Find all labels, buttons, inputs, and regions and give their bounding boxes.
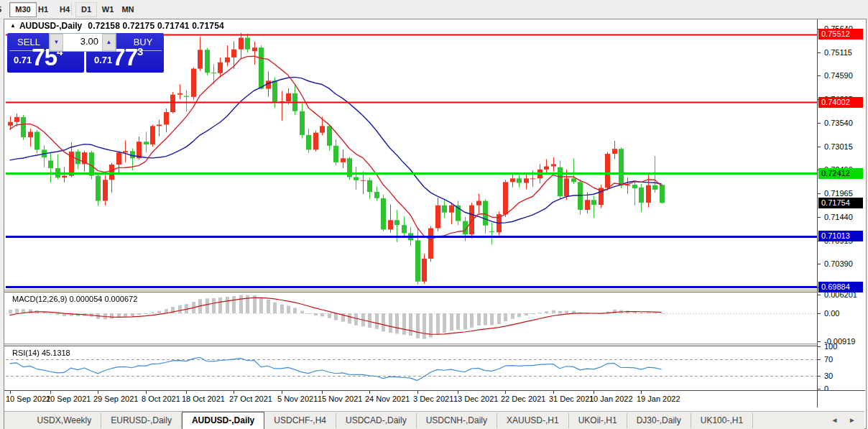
- rsi-tick-mark: [818, 359, 821, 360]
- time-tick-label: 5 Nov 2021: [277, 395, 318, 403]
- buy-price-point: 3: [137, 45, 143, 57]
- current-price-badge: 0.71754: [818, 198, 863, 208]
- price-tick-mark: [818, 123, 821, 124]
- mt4-terminal: 5M30H1H4D1W1MN ▲AUDUSD-,Daily0.72158 0.7…: [0, 0, 868, 429]
- time-tick-mark: [641, 391, 642, 394]
- timeframe-button-mn[interactable]: MN: [117, 2, 139, 17]
- time-tick-mark: [282, 391, 282, 394]
- volume-stepper: ▼ 3.00 ▲: [49, 33, 116, 52]
- chart-tab-uk100-h1[interactable]: UK100-,H1: [691, 413, 753, 428]
- rsi-tick-mark: [818, 376, 821, 377]
- timeframe-button-h1[interactable]: H1: [32, 2, 54, 17]
- price-tick-mark: [818, 217, 821, 218]
- time-tick-mark: [594, 391, 594, 394]
- hline-price-badge: 0.71013: [818, 231, 863, 241]
- hline-price-badge: 0.75512: [818, 29, 863, 40]
- price-tick-label: 0.73540: [824, 119, 853, 127]
- price-axis[interactable]: 0.756400.751150.745900.740650.735400.730…: [817, 19, 865, 407]
- time-tick-label: 22 Dec 2021: [501, 395, 545, 403]
- time-tick-label: 13 Dec 2021: [453, 395, 498, 403]
- volume-input[interactable]: 3.00: [63, 34, 102, 51]
- rsi-title: RSI(14): [12, 349, 40, 357]
- price-tick-label: 0.74590: [824, 71, 853, 80]
- macd-value-1: 0.000054: [69, 295, 102, 303]
- price-tick-mark: [818, 52, 821, 53]
- rsi-axis-label: 100: [824, 342, 837, 351]
- time-tick-mark: [50, 391, 51, 394]
- chart-tab-usdchf-h4[interactable]: USDCHF-,H4: [264, 413, 336, 428]
- main-price-pane: ▲AUDUSD-,Daily0.72158 0.72175 0.71741 0.…: [4, 19, 864, 290]
- chart-tab-dj30-daily[interactable]: DJ30-,Daily: [627, 413, 691, 428]
- time-tick-label: 8 Oct 2021: [142, 395, 180, 403]
- time-tick-label: 10 Jan 2022: [589, 395, 633, 403]
- time-tick-mark: [98, 391, 98, 394]
- time-tick-mark: [322, 391, 323, 394]
- chart-title: ▲AUDUSD-,Daily0.72158 0.72175 0.71741 0.…: [10, 21, 224, 31]
- rsi-value: 45.1318: [42, 349, 70, 357]
- time-tick-mark: [10, 391, 11, 394]
- macd-title: MACD(12,26,9): [12, 295, 67, 303]
- sell-price-prefix: 0.71: [14, 55, 32, 65]
- chart-tab-xauusd-h1[interactable]: XAUUSD-,H1: [497, 413, 569, 428]
- time-tick-mark: [369, 391, 370, 394]
- chart-tab-usdcnh-daily[interactable]: USDCNH-,Daily: [417, 413, 497, 428]
- rsi-tick-mark: [818, 389, 821, 389]
- time-tick-label: 27 Oct 2021: [229, 395, 272, 403]
- price-tick-label: 0.71440: [824, 213, 853, 221]
- chart-ohlc-values: 0.72158 0.72175 0.71741 0.71754: [88, 21, 224, 31]
- time-tick-label: 29 Sep 2021: [93, 395, 138, 403]
- time-tick-label: 15 Nov 2021: [318, 395, 362, 403]
- one-click-trading-panel: SELL 0.71754 BUY 0.71773 ▼ 3.00 ▲: [7, 33, 164, 73]
- macd-axis-label: 0.00: [824, 309, 839, 318]
- time-tick-label: 18 Oct 2021: [182, 395, 225, 403]
- macd-value-2: 0.000672: [104, 295, 137, 303]
- time-tick-mark: [458, 391, 458, 394]
- time-tick-label: 24 Nov 2021: [365, 395, 410, 403]
- rsi-tick-mark: [818, 346, 821, 347]
- time-tick-label: 19 Jan 2022: [637, 395, 680, 403]
- macd-tick-mark: [818, 341, 821, 342]
- macd-tick-mark: [818, 295, 821, 295]
- time-tick-label: 10 Sep 2021: [6, 395, 50, 403]
- timeframe-button-5[interactable]: 5: [0, 2, 9, 17]
- price-tick-mark: [818, 147, 821, 147]
- macd-label: MACD(12,26,9) 0.000054 0.000672: [12, 295, 137, 303]
- chart-tab-audusd-daily[interactable]: AUDUSD-,Daily: [182, 412, 264, 429]
- macd-tick-mark: [818, 313, 821, 314]
- chart-tab-bar: USDX,WeeklyEURUSD-,DailyAUDUSD-,DailyUSD…: [4, 411, 864, 429]
- chart-tab-usdx-weekly[interactable]: USDX,Weekly: [27, 413, 101, 428]
- price-tick-label: 0.70390: [824, 259, 853, 268]
- price-tick-mark: [818, 264, 821, 264]
- rsi-label: RSI(14) 45.1318: [12, 349, 70, 357]
- volume-increase-button[interactable]: ▲: [102, 34, 116, 51]
- time-tick-label: 20 Sep 2021: [46, 395, 91, 403]
- timeframe-toolbar: 5M30H1H4D1W1MN: [0, 0, 868, 19]
- axis-corner: [817, 390, 865, 407]
- chart-tab-eurusd-daily[interactable]: EURUSD-,Daily: [101, 413, 182, 428]
- time-tick-mark: [505, 391, 506, 394]
- collapse-arrow-icon[interactable]: ▲: [10, 22, 16, 29]
- rsi-chart-canvas[interactable]: [6, 346, 817, 390]
- chart-tab-ukoil-h1[interactable]: UKOil-,H1: [569, 413, 627, 428]
- rsi-axis-label: 70: [824, 355, 833, 364]
- price-tick-label: 0.75115: [824, 48, 852, 57]
- timeframe-button-d1[interactable]: D1: [75, 2, 97, 17]
- rsi-axis-label: 30: [824, 372, 833, 380]
- price-tick-label: 0.71965: [824, 189, 853, 198]
- buy-price-prefix: 0.71: [94, 55, 112, 65]
- volume-decrease-button[interactable]: ▼: [50, 34, 63, 51]
- timeframe-button-w1[interactable]: W1: [97, 2, 119, 17]
- hline-price-badge: 0.72412: [818, 168, 863, 179]
- hline-price-badge: 0.74002: [818, 97, 863, 108]
- tab-scroll-arrows[interactable]: ◄ ►: [831, 416, 860, 424]
- time-tick-mark: [186, 391, 187, 394]
- time-tick-label: 3 Dec 2021: [413, 395, 453, 403]
- chart-tab-usdcad-daily[interactable]: USDCAD-,Daily: [336, 413, 417, 428]
- time-tick-mark: [146, 391, 147, 394]
- time-axis[interactable]: 10 Sep 202120 Sep 202129 Sep 20218 Oct 2…: [4, 390, 817, 407]
- price-tick-mark: [818, 193, 821, 194]
- time-tick-label: 31 Dec 2021: [549, 395, 594, 403]
- timeframe-button-h4[interactable]: H4: [54, 2, 75, 17]
- hline-price-badge: 0.69884: [818, 282, 863, 292]
- chart-symbol-label: AUDUSD-,Daily: [19, 21, 82, 31]
